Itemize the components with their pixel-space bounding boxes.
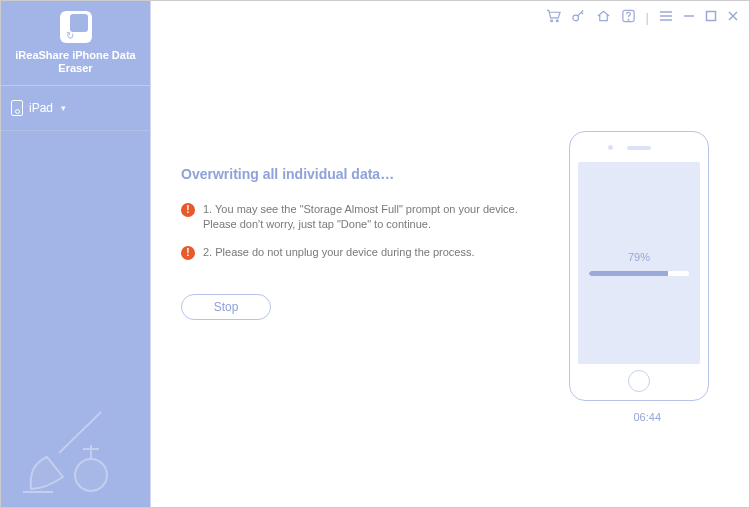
progress-percent: 79%	[628, 251, 650, 263]
minimize-button[interactable]	[683, 10, 695, 24]
warning-icon: !	[181, 203, 195, 217]
chevron-down-icon: ▾	[61, 103, 66, 113]
note-1: ! 1. You may see the "Storage Almost Ful…	[181, 202, 529, 233]
status-panel: Overwriting all individual data… ! 1. Yo…	[181, 166, 529, 320]
phone-screen: 79%	[578, 162, 700, 364]
close-button[interactable]	[727, 10, 739, 24]
maximize-button[interactable]	[705, 10, 717, 24]
svg-point-0	[75, 459, 107, 491]
device-label: iPad	[29, 101, 53, 115]
note-2: ! 2. Please do not unplug your device du…	[181, 245, 529, 260]
progress-fill	[589, 271, 668, 276]
cleanup-decor-icon	[13, 407, 123, 497]
svg-point-5	[628, 19, 629, 20]
app-title: iReaShare iPhone Data Eraser	[6, 49, 145, 75]
status-heading: Overwriting all individual data…	[181, 166, 529, 182]
titlebar: |	[546, 9, 739, 25]
cart-icon[interactable]	[546, 9, 561, 25]
home-icon[interactable]	[596, 9, 611, 25]
key-icon[interactable]	[571, 9, 586, 25]
svg-rect-6	[707, 12, 716, 21]
help-icon[interactable]	[621, 9, 636, 25]
warning-icon: !	[181, 246, 195, 260]
tablet-icon	[11, 100, 23, 116]
svg-point-2	[556, 20, 558, 22]
svg-point-1	[550, 20, 552, 22]
app-logo-icon	[60, 11, 92, 43]
menu-icon[interactable]	[659, 10, 673, 24]
device-selector[interactable]: iPad ▾	[1, 86, 150, 131]
phone-speaker	[627, 146, 651, 150]
progress-bar	[589, 271, 689, 276]
phone-camera-dot	[608, 145, 613, 150]
note-2-text: 2. Please do not unplug your device duri…	[203, 245, 475, 260]
stop-button[interactable]: Stop	[181, 294, 271, 320]
device-mockup: 79%	[569, 131, 709, 401]
note-1-text: 1. You may see the "Storage Almost Full"…	[203, 202, 529, 233]
phone-home-button[interactable]	[628, 370, 650, 392]
elapsed-time: 06:44	[633, 411, 661, 423]
main-content: | Overwriting all individual data… ! 1. …	[151, 1, 749, 507]
app-logo-block: iReaShare iPhone Data Eraser	[1, 1, 150, 86]
titlebar-separator: |	[646, 10, 649, 25]
sidebar: iReaShare iPhone Data Eraser iPad ▾	[1, 1, 151, 507]
